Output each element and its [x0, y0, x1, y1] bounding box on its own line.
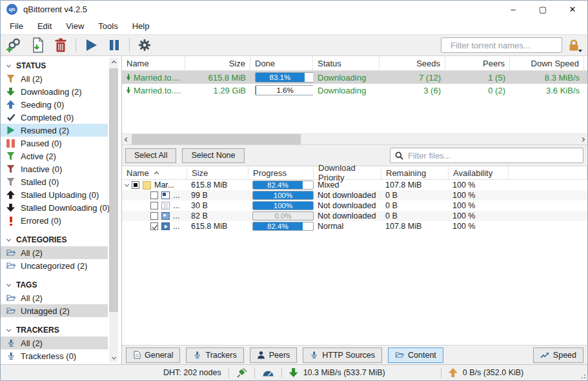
sidebar-item-active[interactable]: Active (2): [1, 150, 108, 162]
horizontal-scrollbar[interactable]: [122, 133, 587, 144]
video-file-icon: [161, 222, 170, 230]
file-priority[interactable]: Not downloaded: [314, 211, 381, 220]
resume-button[interactable]: [81, 36, 101, 54]
file-row[interactable]: ... 99 B 100% Not downloaded 0 B 100 %: [122, 190, 587, 200]
sidebar-item-stalled[interactable]: Stalled (0): [1, 175, 108, 188]
section-title: TRACKERS: [16, 326, 59, 335]
sidebar-item-completed[interactable]: Completed (0): [1, 111, 108, 124]
connection-icon[interactable]: [236, 367, 247, 378]
column-header-peers[interactable]: Peers: [445, 56, 510, 70]
file-priority[interactable]: Normal: [314, 222, 381, 231]
sidebar-tag-untagged[interactable]: Untagged (2): [1, 304, 108, 317]
file-filter-input[interactable]: [408, 151, 578, 161]
sidebar-item-downloading[interactable]: Downloading (2): [1, 85, 108, 98]
close-button[interactable]: ✕: [558, 1, 587, 17]
menu-view[interactable]: View: [59, 19, 91, 33]
trackers-section: TRACKERS All (2) Trackerless (0): [1, 324, 121, 362]
file-checkbox[interactable]: [150, 222, 158, 230]
sidebar-category-uncategorized[interactable]: Uncategorized (2): [1, 259, 108, 272]
add-torrent-link-button[interactable]: [4, 36, 25, 54]
sidebar-tag-all[interactable]: All (2): [1, 291, 108, 304]
delete-button[interactable]: [50, 36, 71, 54]
file-checkbox[interactable]: [150, 191, 158, 199]
torrent-row[interactable]: Married.to.... 1.29 GiB 1.6% Downloading…: [122, 84, 587, 97]
sidebar-item-errored[interactable]: Errored (0): [1, 214, 108, 227]
scroll-right-icon[interactable]: [580, 137, 585, 141]
tab-trackers[interactable]: Trackers: [186, 347, 243, 363]
file-priority[interactable]: Mixed: [314, 181, 381, 190]
trackers-section-header[interactable]: TRACKERS: [1, 324, 121, 337]
column-header-done[interactable]: Done: [250, 56, 313, 70]
torrent-status: Downloading: [313, 86, 380, 95]
tab-peers[interactable]: Peers: [250, 347, 298, 363]
sidebar-category-all[interactable]: All (2): [1, 246, 108, 259]
torrent-row[interactable]: Married.to.... 615.8 MiB 83.1% Downloadi…: [122, 71, 587, 84]
lock-button[interactable]: [565, 36, 583, 54]
column-header-status[interactable]: Status: [313, 56, 380, 70]
minimize-button[interactable]: –: [498, 1, 528, 17]
file-priority[interactable]: Not downloaded: [314, 191, 381, 200]
scroll-down-icon[interactable]: [111, 355, 116, 359]
torrent-down-speed: 3.6 KiB/s: [510, 86, 584, 95]
column-header-remaining[interactable]: Remaining: [381, 166, 449, 179]
sidebar-item-paused[interactable]: Paused (0): [1, 137, 108, 150]
tags-section-header[interactable]: TAGS: [1, 278, 121, 291]
file-row[interactable]: ... 615.8 MiB 82.4% Normal 107.8 MiB 100…: [122, 221, 587, 231]
sidebar-item-stalled-downloading[interactable]: Stalled Downloading (0): [1, 201, 108, 214]
file-row[interactable]: ... 30 B 100% Not downloaded 0 B 100 %: [122, 200, 587, 211]
resize-grip[interactable]: [580, 373, 585, 378]
progress-label: 82.4%: [267, 222, 289, 230]
options-button[interactable]: [134, 36, 155, 54]
sidebar-tracker-all[interactable]: All (2): [1, 337, 108, 349]
tab-speed[interactable]: Speed: [533, 347, 583, 363]
scrollbar-thumb[interactable]: [132, 134, 301, 145]
tab-general[interactable]: General: [126, 347, 180, 363]
global-download-speed[interactable]: 10.3 MiB/s (533.7 MiB): [303, 368, 385, 377]
file-checkbox[interactable]: [132, 181, 139, 189]
add-torrent-file-button[interactable]: [27, 36, 48, 54]
status-section-header[interactable]: STATUS: [1, 59, 121, 72]
sidebar-item-stalled-uploading[interactable]: Stalled Uploading (0): [1, 188, 108, 201]
menu-tools[interactable]: Tools: [91, 19, 125, 33]
column-header-seeds[interactable]: Seeds: [380, 56, 445, 70]
select-none-button[interactable]: Select None: [182, 148, 244, 163]
sidebar-scrollbar[interactable]: [109, 58, 118, 362]
sidebar-item-all[interactable]: All (2): [1, 72, 108, 85]
file-checkbox[interactable]: [150, 202, 158, 210]
sidebar-item-seeding[interactable]: Seeding (0): [1, 98, 108, 111]
select-all-button[interactable]: Select All: [125, 148, 176, 163]
pause-button[interactable]: [104, 36, 125, 54]
file-row[interactable]: ... 82 B 0.0% Not downloaded 0 B 100 %: [122, 211, 587, 221]
menu-edit[interactable]: Edit: [30, 19, 59, 33]
global-upload-speed[interactable]: 0 B/s (352.0 KiB): [463, 368, 524, 377]
file-size: 615.8 MiB: [187, 222, 248, 231]
torrent-filter-input[interactable]: [451, 41, 564, 50]
scrollbar-thumb[interactable]: [109, 68, 118, 312]
file-checkbox[interactable]: [150, 212, 158, 220]
file-availability: 100 %: [449, 211, 509, 220]
sidebar-item-resumed[interactable]: Resumed (2): [1, 124, 108, 137]
maximize-button[interactable]: ▢: [528, 1, 558, 17]
file-row[interactable]: Mar... 615.8 MiB 82.4% Mixed 107.8 MiB 1…: [122, 180, 587, 190]
progress-bar: 100%: [252, 201, 314, 210]
menu-file[interactable]: File: [3, 19, 30, 33]
column-header-progress[interactable]: Progress: [248, 166, 314, 179]
menu-help[interactable]: Help: [125, 19, 157, 33]
scroll-left-icon[interactable]: [125, 137, 129, 141]
categories-section-header[interactable]: CATEGORIES: [1, 233, 121, 246]
column-header-down-speed[interactable]: Down Speed: [510, 56, 584, 70]
column-header-size[interactable]: Size: [185, 56, 250, 70]
sidebar-tracker-trackerless[interactable]: Trackerless (0): [1, 349, 108, 362]
column-header-size[interactable]: Size: [187, 166, 248, 179]
column-header-download-priority[interactable]: Download Priority: [314, 166, 381, 179]
file-priority[interactable]: Not downloaded: [314, 201, 381, 210]
scroll-up-icon[interactable]: [111, 60, 116, 64]
expand-chevron-icon[interactable]: [125, 182, 129, 186]
column-header-name[interactable]: Name: [122, 56, 185, 70]
speed-gauge-icon[interactable]: [262, 368, 274, 377]
tab-content[interactable]: Content: [388, 347, 443, 363]
tab-http-sources[interactable]: HTTP Sources: [303, 347, 382, 363]
column-header-availability[interactable]: Availability: [449, 166, 509, 179]
sidebar-item-inactive[interactable]: Inactive (0): [1, 162, 108, 175]
column-header-name[interactable]: Name: [122, 166, 187, 179]
